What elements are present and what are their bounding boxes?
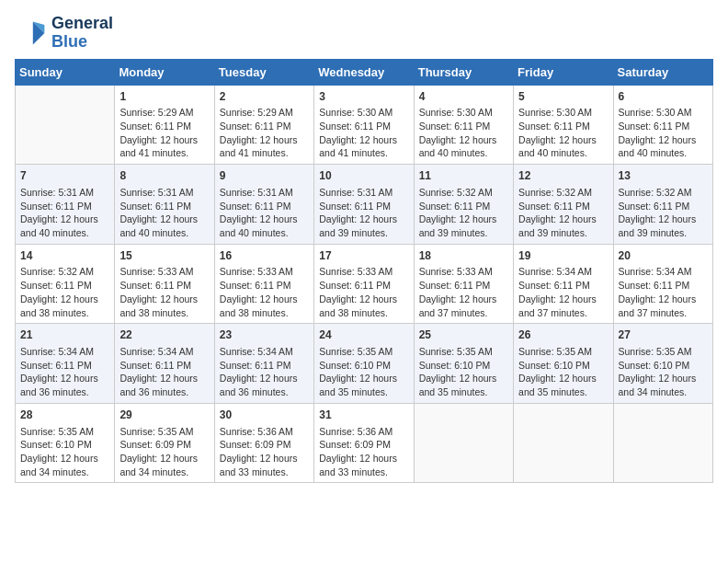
cell-info: Sunset: 6:11 PM [220, 359, 309, 373]
calendar-cell [613, 403, 712, 483]
cell-info: Daylight: 12 hours and 36 minutes. [119, 372, 209, 398]
weekday-header: Thursday [414, 59, 513, 85]
calendar-header: SundayMondayTuesdayWednesdayThursdayFrid… [16, 59, 713, 85]
cell-info: Sunset: 6:11 PM [20, 359, 109, 373]
cell-info: Sunset: 6:11 PM [619, 200, 708, 213]
calendar-cell: 19Sunrise: 5:34 AMSunset: 6:11 PMDayligh… [514, 244, 613, 324]
calendar-cell: 25Sunrise: 5:35 AMSunset: 6:10 PMDayligh… [414, 324, 513, 404]
cell-info: Sunrise: 5:32 AM [518, 186, 608, 200]
day-number: 30 [220, 408, 309, 423]
day-number: 1 [119, 89, 209, 105]
cell-info: Sunrise: 5:36 AM [220, 425, 309, 439]
cell-info: Sunrise: 5:29 AM [220, 106, 309, 120]
calendar-cell: 22Sunrise: 5:34 AMSunset: 6:11 PMDayligh… [115, 324, 214, 404]
cell-info: Daylight: 12 hours and 41 minutes. [220, 133, 309, 160]
cell-info: Daylight: 12 hours and 36 minutes. [220, 372, 309, 398]
calendar-cell: 6Sunrise: 5:30 AMSunset: 6:11 PMDaylight… [613, 85, 712, 165]
page-header: General Blue [15, 15, 713, 52]
cell-info: Sunset: 6:10 PM [518, 359, 608, 373]
logo-text: General Blue [51, 15, 113, 52]
day-number: 24 [319, 327, 408, 343]
cell-info: Daylight: 12 hours and 38 minutes. [220, 293, 309, 319]
cell-info: Daylight: 12 hours and 34 minutes. [119, 452, 209, 478]
cell-info: Daylight: 12 hours and 37 minutes. [518, 293, 608, 319]
cell-info: Sunset: 6:10 PM [419, 359, 508, 373]
calendar-cell: 23Sunrise: 5:34 AMSunset: 6:11 PMDayligh… [214, 324, 313, 404]
cell-info: Sunset: 6:11 PM [419, 200, 508, 213]
day-number: 3 [319, 89, 408, 105]
cell-info: Sunrise: 5:31 AM [119, 186, 209, 200]
calendar-cell: 17Sunrise: 5:33 AMSunset: 6:11 PMDayligh… [314, 244, 414, 324]
cell-info: Sunrise: 5:35 AM [518, 345, 608, 359]
cell-info: Daylight: 12 hours and 33 minutes. [220, 452, 309, 478]
logo: General Blue [15, 15, 113, 52]
calendar-cell: 30Sunrise: 5:36 AMSunset: 6:09 PMDayligh… [214, 403, 313, 483]
weekday-header: Monday [115, 59, 214, 85]
cell-info: Sunset: 6:11 PM [20, 279, 109, 293]
calendar-cell: 20Sunrise: 5:34 AMSunset: 6:11 PMDayligh… [613, 244, 712, 324]
calendar-cell: 29Sunrise: 5:35 AMSunset: 6:09 PMDayligh… [115, 403, 214, 483]
cell-info: Daylight: 12 hours and 41 minutes. [319, 133, 408, 160]
calendar-cell: 1Sunrise: 5:29 AMSunset: 6:11 PMDaylight… [115, 85, 214, 165]
calendar-cell: 3Sunrise: 5:30 AMSunset: 6:11 PMDaylight… [314, 85, 414, 165]
cell-info: Sunset: 6:11 PM [220, 200, 309, 213]
calendar-cell: 4Sunrise: 5:30 AMSunset: 6:11 PMDaylight… [414, 85, 513, 165]
cell-info: Sunset: 6:11 PM [319, 120, 408, 133]
cell-info: Sunrise: 5:35 AM [619, 345, 708, 359]
calendar-cell: 12Sunrise: 5:32 AMSunset: 6:11 PMDayligh… [514, 165, 613, 245]
calendar-cell [514, 403, 613, 483]
day-number: 12 [518, 168, 608, 184]
day-number: 5 [518, 89, 608, 105]
calendar-cell: 2Sunrise: 5:29 AMSunset: 6:11 PMDaylight… [214, 85, 313, 165]
cell-info: Sunset: 6:11 PM [119, 200, 209, 213]
day-number: 21 [20, 327, 109, 343]
day-number: 19 [518, 248, 608, 264]
cell-info: Sunrise: 5:33 AM [220, 265, 309, 279]
cell-info: Sunrise: 5:30 AM [419, 106, 508, 120]
day-number: 4 [419, 89, 508, 105]
calendar-cell [16, 85, 115, 165]
cell-info: Sunset: 6:11 PM [518, 200, 608, 213]
weekday-header: Friday [514, 59, 613, 85]
cell-info: Sunset: 6:11 PM [319, 200, 408, 213]
cell-info: Daylight: 12 hours and 40 minutes. [518, 133, 608, 160]
cell-info: Sunrise: 5:34 AM [619, 265, 708, 279]
day-number: 2 [220, 89, 309, 105]
cell-info: Daylight: 12 hours and 40 minutes. [619, 133, 708, 160]
day-number: 14 [20, 248, 109, 264]
cell-info: Sunrise: 5:33 AM [419, 265, 508, 279]
cell-info: Daylight: 12 hours and 36 minutes. [20, 372, 109, 398]
calendar-cell: 10Sunrise: 5:31 AMSunset: 6:11 PMDayligh… [314, 165, 414, 245]
cell-info: Sunset: 6:09 PM [319, 438, 408, 452]
cell-info: Daylight: 12 hours and 41 minutes. [119, 133, 209, 160]
logo-icon [15, 17, 48, 50]
day-number: 23 [220, 327, 309, 343]
calendar-cell [414, 403, 513, 483]
cell-info: Daylight: 12 hours and 40 minutes. [419, 133, 508, 160]
cell-info: Sunset: 6:11 PM [619, 279, 708, 293]
cell-info: Daylight: 12 hours and 37 minutes. [619, 293, 708, 319]
cell-info: Sunrise: 5:34 AM [220, 345, 309, 359]
cell-info: Daylight: 12 hours and 34 minutes. [20, 452, 109, 478]
cell-info: Sunset: 6:11 PM [119, 279, 209, 293]
calendar-cell: 15Sunrise: 5:33 AMSunset: 6:11 PMDayligh… [115, 244, 214, 324]
day-number: 6 [619, 89, 708, 105]
day-number: 9 [220, 168, 309, 184]
day-number: 22 [119, 327, 209, 343]
day-number: 16 [220, 248, 309, 264]
day-number: 25 [419, 327, 508, 343]
cell-info: Sunrise: 5:32 AM [619, 186, 708, 200]
calendar-cell: 16Sunrise: 5:33 AMSunset: 6:11 PMDayligh… [214, 244, 313, 324]
cell-info: Sunrise: 5:33 AM [119, 265, 209, 279]
day-number: 28 [20, 408, 109, 423]
day-number: 8 [119, 168, 209, 184]
weekday-header: Saturday [613, 59, 712, 85]
calendar-cell: 26Sunrise: 5:35 AMSunset: 6:10 PMDayligh… [514, 324, 613, 404]
day-number: 29 [119, 408, 209, 423]
cell-info: Sunrise: 5:34 AM [518, 265, 608, 279]
cell-info: Sunset: 6:11 PM [319, 279, 408, 293]
cell-info: Sunrise: 5:31 AM [220, 186, 309, 200]
cell-info: Sunset: 6:11 PM [119, 120, 209, 133]
calendar-cell: 18Sunrise: 5:33 AMSunset: 6:11 PMDayligh… [414, 244, 513, 324]
cell-info: Sunrise: 5:35 AM [419, 345, 508, 359]
